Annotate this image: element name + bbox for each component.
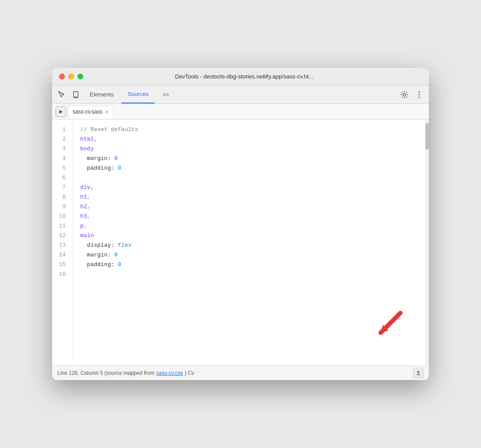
inspect-icon[interactable] (56, 89, 68, 101)
statusbar-right (413, 368, 424, 378)
statusbar: Line 126, Column 5 (source mapped from s… (52, 365, 429, 380)
code-line-4: margin: 0 (80, 154, 422, 164)
device-icon[interactable] (70, 89, 82, 101)
file-tabbar: ▶ sass-cv.sass × (52, 104, 429, 120)
code-line-3: body (80, 144, 422, 154)
file-tab-name: sass-cv.sass (73, 109, 103, 115)
tab-elements[interactable]: Elements (84, 85, 120, 103)
close-button[interactable] (59, 74, 65, 79)
file-tab-sass[interactable]: sass-cv.sass × (68, 106, 113, 118)
code-line-10: h3, (80, 212, 422, 221)
sidebar-toggle[interactable]: ▶ (56, 107, 66, 117)
statusbar-link[interactable]: sass-cv.css (156, 370, 183, 376)
code-line-2: html, (80, 135, 422, 144)
statusbar-text2: ) Cv (185, 370, 195, 376)
code-line-12: main (80, 231, 422, 241)
code-line-14: margin: 0 (80, 250, 422, 260)
window-title: DevTools - devtools-dbg-stories.netlify.… (67, 73, 422, 80)
code-line-5: padding: 0 (80, 164, 422, 173)
code-line-6 (80, 173, 422, 183)
code-line-13: display: flex (80, 241, 422, 250)
svg-point-2 (403, 93, 406, 96)
code-line-8: h1, (80, 192, 422, 202)
code-line-9: h2, (80, 202, 422, 212)
svg-rect-1 (74, 96, 77, 97)
svg-point-3 (419, 91, 420, 92)
scrollbar-thumb[interactable] (425, 123, 429, 149)
menu-icon[interactable] (413, 89, 425, 101)
code-line-1: // Reset defaults (80, 125, 422, 135)
statusbar-text: Line 126, Column 5 (source mapped from (57, 370, 154, 376)
code-lines: // Reset defaults html, body margin: 0 p… (73, 120, 429, 365)
tab-sources[interactable]: Sources (121, 85, 155, 103)
line-numbers: 1 2 3 4 5 6 7 8 9 10 11 12 13 14 15 16 (52, 120, 73, 365)
code-line-16 (80, 270, 422, 279)
main-toolbar: Elements Sources >> (52, 85, 429, 104)
scrollbar[interactable] (425, 120, 429, 365)
code-line-15: padding: 0 (80, 260, 422, 270)
tab-more[interactable]: >> (156, 85, 175, 103)
svg-point-4 (419, 94, 420, 95)
settings-icon[interactable] (398, 89, 410, 101)
upload-button[interactable] (413, 368, 424, 378)
titlebar: DevTools - devtools-dbg-stories.netlify.… (52, 68, 429, 85)
code-line-11: p, (80, 221, 422, 231)
window-body: ▶ sass-cv.sass × 1 2 3 4 5 6 7 8 9 10 11… (52, 104, 429, 380)
devtools-window: DevTools - devtools-dbg-stories.netlify.… (52, 68, 429, 380)
code-line-7: div, (80, 183, 422, 192)
file-tab-close[interactable]: × (105, 109, 109, 115)
svg-point-5 (419, 96, 420, 98)
code-editor: 1 2 3 4 5 6 7 8 9 10 11 12 13 14 15 16 /… (52, 120, 429, 365)
toolbar-right (398, 89, 425, 101)
